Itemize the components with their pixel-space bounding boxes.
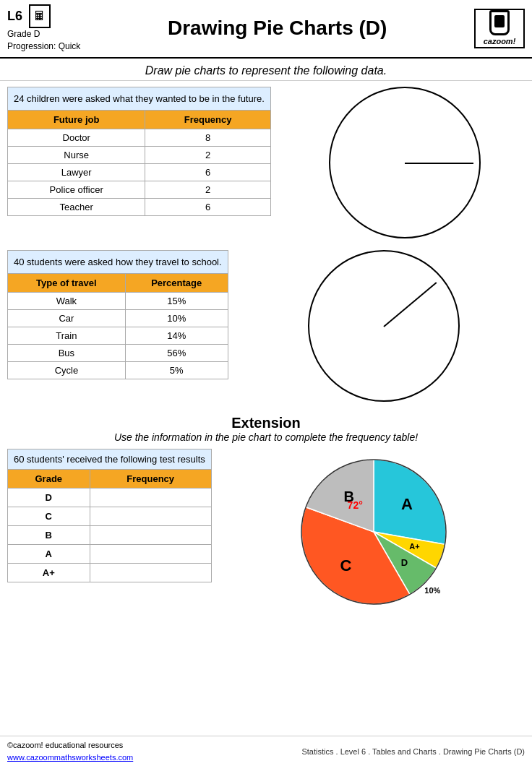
freq-teacher: 6 — [145, 198, 271, 215]
level-label: L6 — [7, 9, 22, 23]
grade-aplus: A+ — [8, 563, 90, 582]
pct-train: 14% — [125, 327, 228, 344]
table-2: 40 students were asked how they travel t… — [7, 250, 228, 379]
travel-train: Train — [8, 327, 126, 344]
table-row: Teacher 6 — [8, 198, 271, 215]
table3-col1-header: Grade — [8, 469, 90, 488]
table-row: A+ — [8, 563, 212, 582]
table-row: Walk 15% — [8, 292, 228, 309]
pct-walk: 15% — [125, 292, 228, 309]
job-teacher: Teacher — [8, 198, 145, 215]
svg-text:A+: A+ — [409, 542, 419, 551]
freq-b — [90, 525, 211, 544]
cazoom-logo: cazoom! — [474, 9, 525, 48]
job-doctor: Doctor — [8, 129, 145, 146]
page-footer: ©cazoom! educational resources www.cazoo… — [0, 736, 532, 766]
calculator-icon: 🖩 — [29, 4, 51, 28]
freq-a — [90, 544, 211, 563]
pie-chart-1-empty — [329, 87, 481, 238]
table-row: B — [8, 525, 212, 544]
page-title: Drawing Pie Charts (D) — [80, 17, 474, 40]
pie-chart-2-empty — [308, 250, 460, 402]
section-1: 24 children were asked what they wanted … — [7, 87, 525, 238]
svg-text:A: A — [401, 495, 413, 513]
table-3: 60 students' received the following test… — [7, 449, 212, 582]
pie-chart-colored-container: AA+DCB10%72° — [212, 449, 525, 615]
table3-col2-header: Frequency — [90, 469, 211, 488]
grade-b: B — [8, 525, 90, 544]
travel-walk: Walk — [8, 292, 126, 309]
progression-label: Progression: Quick — [7, 40, 80, 53]
extension-header: Extension Use the information in the pie… — [7, 409, 525, 444]
table1-intro: 24 children were asked what they wanted … — [8, 87, 271, 110]
pie-chart-colored: AA+DCB10%72° — [291, 449, 457, 615]
pct-cycle: 5% — [125, 361, 228, 379]
logo-text: cazoom! — [484, 37, 516, 46]
radius-line-diag — [383, 282, 437, 327]
freq-c — [90, 507, 211, 525]
main-content: 24 children were asked what they wanted … — [0, 81, 532, 621]
freq-aplus — [90, 563, 211, 582]
extension-subtitle: Use the information in the pie chart to … — [7, 431, 525, 443]
section-2: 40 students were asked how they travel t… — [7, 250, 525, 402]
freq-nurse: 2 — [145, 146, 271, 163]
svg-text:C: C — [340, 556, 351, 574]
table-row: C — [8, 507, 212, 525]
grade-d: D — [8, 488, 90, 507]
table1-col2-header: Frequency — [145, 110, 271, 129]
freq-police: 2 — [145, 181, 271, 198]
chart-area-1 — [271, 87, 525, 238]
section-3: 60 students' received the following test… — [7, 449, 525, 615]
table-row: Train 14% — [8, 327, 228, 344]
svg-text:10%: 10% — [424, 586, 440, 595]
job-police: Police officer — [8, 181, 145, 198]
footer-right: Statistics . Level 6 . Tables and Charts… — [301, 747, 525, 756]
travel-car: Car — [8, 309, 126, 327]
table2-intro: 40 students were asked how they travel t… — [8, 250, 228, 273]
logo-glass-icon — [489, 10, 510, 35]
grade-label: Grade D — [7, 28, 80, 40]
table-row: Lawyer 6 — [8, 163, 271, 181]
table1-col1-header: Future job — [8, 110, 145, 129]
grade-c: C — [8, 507, 90, 525]
page-subtitle: Draw pie charts to represent the followi… — [0, 59, 532, 81]
table-row: Police officer 2 — [8, 181, 271, 198]
travel-bus: Bus — [8, 344, 126, 361]
svg-text:72°: 72° — [347, 499, 362, 511]
job-nurse: Nurse — [8, 146, 145, 163]
copyright-text: ©cazoom! educational resources — [7, 739, 133, 752]
grade-a: A — [8, 544, 90, 563]
extension-title: Extension — [7, 415, 525, 431]
footer-link[interactable]: www.cazoommathsworksheets.com — [7, 752, 133, 764]
table-row: A — [8, 544, 212, 563]
pct-car: 10% — [125, 309, 228, 327]
table-row: Cycle 5% — [8, 361, 228, 379]
table-1: 24 children were asked what they wanted … — [7, 87, 271, 216]
table3-intro: 60 students' received the following test… — [8, 449, 212, 469]
svg-text:D: D — [401, 557, 408, 568]
footer-left: ©cazoom! educational resources www.cazoo… — [7, 739, 133, 763]
table-row: Car 10% — [8, 309, 228, 327]
freq-lawyer: 6 — [145, 163, 271, 181]
freq-d — [90, 488, 211, 507]
freq-doctor: 8 — [145, 129, 271, 146]
table-row: Bus 56% — [8, 344, 228, 361]
page-header: L6 🖩 Grade D Progression: Quick Drawing … — [0, 0, 532, 59]
table-row: Doctor 8 — [8, 129, 271, 146]
table2-col2-header: Percentage — [125, 273, 228, 292]
travel-cycle: Cycle — [8, 361, 126, 379]
header-level-info: L6 🖩 Grade D Progression: Quick — [7, 4, 80, 53]
table2-col1-header: Type of travel — [8, 273, 126, 292]
table-row: Nurse 2 — [8, 146, 271, 163]
radius-line-right — [405, 163, 473, 164]
pct-bus: 56% — [125, 344, 228, 361]
job-lawyer: Lawyer — [8, 163, 145, 181]
chart-area-2 — [228, 250, 525, 402]
table-row: D — [8, 488, 212, 507]
